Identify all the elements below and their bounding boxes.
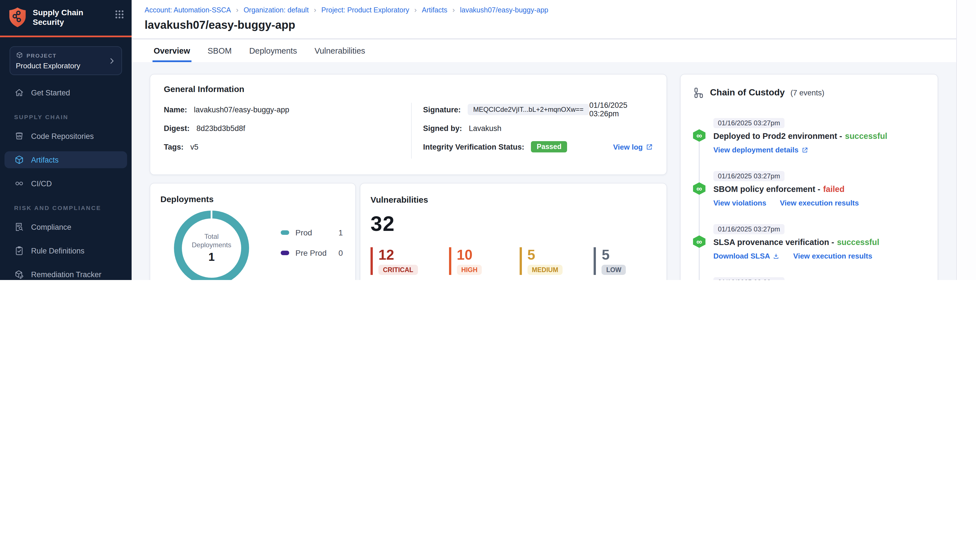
supply-chain-security-logo-icon xyxy=(8,7,27,30)
sidebar-item-cicd[interactable]: CI/CD xyxy=(5,175,127,192)
event-title: SBOM policy enforcement - xyxy=(713,185,821,193)
breadcrumb-artifact-name[interactable]: lavakush07/easy-buggy-app xyxy=(447,6,548,14)
deployments-legend: Prod 1 Pre Prod 0 xyxy=(281,228,343,268)
sidebar-section-supply-chain: SUPPLY CHAIN xyxy=(14,113,117,120)
page-title: lavakush07/easy-buggy-app xyxy=(132,14,956,38)
app-viewport: Supply Chain Security PROJECT xyxy=(0,0,976,280)
vulnerabilities-title: Vulnerabilities xyxy=(370,195,656,204)
medium-badge: MEDIUM xyxy=(527,265,562,275)
event-status: failed xyxy=(823,185,845,193)
chain-of-custody-title: Chain of Custody xyxy=(710,88,785,98)
sidebar-item-get-started[interactable]: Get Started xyxy=(5,84,127,101)
artifact-name-value: lavakush07/easy-buggy-app xyxy=(194,105,289,114)
tab-overview[interactable]: Overview xyxy=(152,40,191,62)
high-badge: HIGH xyxy=(457,265,482,275)
right-rail xyxy=(956,0,976,280)
project-name: Product Exploratory xyxy=(16,62,108,70)
breadcrumb-organization[interactable]: Organization: default xyxy=(231,6,309,14)
view-log-link[interactable]: View log xyxy=(613,143,653,151)
sidebar-accent-bar xyxy=(0,35,132,37)
view-deployment-details-link[interactable]: View deployment details xyxy=(713,146,808,154)
low-badge: LOW xyxy=(602,265,626,275)
severity-breakdown: 12 CRITICAL 10 HIGH 5 MEDIUM xyxy=(370,247,656,275)
sidebar-section-risk: RISK AND COMPLIANCE xyxy=(14,204,117,211)
tabs: Overview SBOM Deployments Vulnerabilitie… xyxy=(132,39,956,62)
legend-preprod-label: Pre Prod xyxy=(295,248,327,257)
pipeline-icon: ∞ xyxy=(693,235,706,248)
legend-prod-label: Prod xyxy=(295,228,312,237)
general-information-title: General Information xyxy=(164,84,653,94)
tags-label: Tags: xyxy=(164,143,184,151)
project-cube-icon xyxy=(16,52,23,60)
chain-of-custody-timeline: ∞ 01/16/2025 03:27pm Deployed to Prod2 e… xyxy=(693,117,925,280)
view-violations-link[interactable]: View violations xyxy=(713,199,766,207)
external-link-icon xyxy=(801,147,808,153)
tab-sbom[interactable]: SBOM xyxy=(207,40,233,62)
vulnerabilities-card: Vulnerabilities 32 12 CRITICAL 10 HIGH xyxy=(360,183,667,280)
sidebar-item-code-repositories[interactable]: Code Repositories xyxy=(5,128,127,145)
digest-value: 8d23bd3b5d8f xyxy=(197,124,245,132)
severity-low: 5 LOW xyxy=(594,247,634,275)
donut-total-value: 1 xyxy=(209,251,215,263)
breadcrumb: Account: Automation-SSCA Organization: d… xyxy=(132,0,956,14)
pipeline-icon: ∞ xyxy=(693,182,706,195)
signed-by-value: Lavakush xyxy=(469,124,502,132)
name-label: Name: xyxy=(164,105,187,114)
medium-count: 5 xyxy=(527,247,562,262)
sidebar: Supply Chain Security PROJECT xyxy=(0,0,132,280)
event-title: SLSA provenance verification - xyxy=(713,238,834,247)
hierarchy-icon xyxy=(693,87,704,98)
project-label: PROJECT xyxy=(27,52,57,59)
sidebar-item-rule-definitions[interactable]: Rule Definitions xyxy=(5,242,127,259)
tab-deployments[interactable]: Deployments xyxy=(248,40,298,62)
app-grid-icon[interactable] xyxy=(115,10,124,21)
main-area: Account: Automation-SSCA Organization: d… xyxy=(132,0,956,280)
chain-of-custody-panel: Chain of Custody (7 events) ∞ 01/16/2025… xyxy=(680,74,938,280)
sidebar-nav: Get Started SUPPLY CHAIN Code Repositori… xyxy=(0,84,132,280)
donut-center-label1: Total xyxy=(204,233,219,241)
critical-count: 12 xyxy=(379,247,418,262)
signature-value[interactable]: MEQCICde2VjIT...bL+2+mqnOXw== xyxy=(468,104,589,115)
integrity-status-label: Integrity Verification Status: xyxy=(423,143,524,151)
legend-item-prod: Prod 1 xyxy=(281,228,343,237)
donut-center-label2: Deployments xyxy=(192,241,231,250)
breadcrumb-project[interactable]: Project: Product Exploratory xyxy=(309,6,409,14)
sidebar-item-compliance[interactable]: Compliance xyxy=(5,218,127,235)
event-artifact-integrity-verification: 01/16/2025 03:26pm Artifact Integrity Ve… xyxy=(693,277,925,280)
deployments-title: Deployments xyxy=(160,194,345,204)
app-title: Supply Chain Security xyxy=(33,7,110,27)
content: General Information Name: lavakush07/eas… xyxy=(132,62,956,280)
breadcrumb-account[interactable]: Account: Automation-SSCA xyxy=(145,6,231,14)
high-count: 10 xyxy=(457,247,488,262)
event-title: Deployed to Prod2 environment - xyxy=(713,132,842,140)
event-sbom-policy-enforcement: ∞ 01/16/2025 03:27pm SBOM policy enforce… xyxy=(693,170,925,207)
event-timestamp: 01/16/2025 03:27pm xyxy=(713,171,784,181)
deployments-card: Deployments Total Deployments 1 xyxy=(150,183,356,280)
preprod-swatch-icon xyxy=(281,250,289,255)
event-timestamp: 01/16/2025 03:27pm xyxy=(713,118,784,128)
digest-label: Digest: xyxy=(164,124,190,132)
external-link-icon xyxy=(646,143,653,150)
severity-medium: 5 MEDIUM xyxy=(519,247,562,275)
signature-timestamp: 01/16/2025 03:26pm xyxy=(589,101,653,118)
project-selector[interactable]: PROJECT Product Exploratory xyxy=(10,46,122,75)
event-timestamp: 01/16/2025 03:27pm xyxy=(713,224,784,234)
event-slsa-provenance-verification: ∞ 01/16/2025 03:27pm SLSA provenance ver… xyxy=(693,223,925,260)
view-execution-results-link[interactable]: View execution results xyxy=(780,199,859,207)
severity-high: 10 HIGH xyxy=(449,247,488,275)
event-timestamp: 01/16/2025 03:26pm xyxy=(713,277,784,280)
severity-critical: 12 CRITICAL xyxy=(370,247,418,275)
deployments-donut-chart: Total Deployments 1 xyxy=(174,210,249,280)
signature-label: Signature: xyxy=(423,105,461,114)
tab-vulnerabilities[interactable]: Vulnerabilities xyxy=(314,40,366,62)
legend-item-preprod: Pre Prod 0 xyxy=(281,248,343,257)
tags-value: v5 xyxy=(190,143,199,151)
breadcrumb-artifacts[interactable]: Artifacts xyxy=(409,6,447,14)
sidebar-item-artifacts[interactable]: Artifacts xyxy=(5,151,127,168)
sidebar-item-remediation-tracker[interactable]: Remediation Tracker xyxy=(5,266,127,280)
view-execution-results-link[interactable]: View execution results xyxy=(793,252,873,260)
event-status: successful xyxy=(837,238,879,247)
download-slsa-link[interactable]: Download SLSA xyxy=(713,252,780,260)
event-deployed-prod2: ∞ 01/16/2025 03:27pm Deployed to Prod2 e… xyxy=(693,117,925,154)
general-information-card: General Information Name: lavakush07/eas… xyxy=(150,74,667,175)
